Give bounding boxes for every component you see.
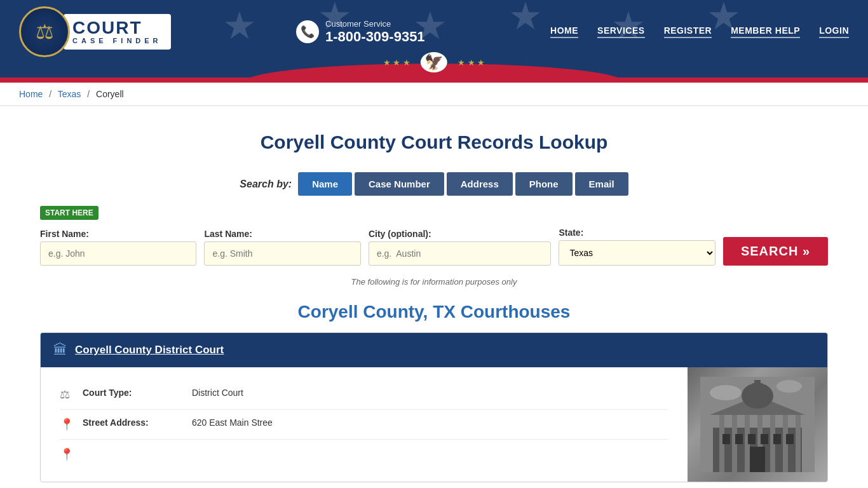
form-area: START HERE First Name: Last Name: City (…	[40, 206, 828, 266]
tab-name[interactable]: Name	[298, 172, 352, 196]
last-name-label: Last Name:	[204, 229, 360, 239]
first-name-field: First Name:	[40, 229, 196, 266]
svg-rect-21	[750, 447, 765, 472]
page-title: Coryell County Court Records Lookup	[40, 132, 828, 153]
nav-login[interactable]: LOGIN	[819, 25, 849, 38]
customer-service-area: 📞 Customer Service 1-800-309-9351	[296, 19, 425, 45]
breadcrumb: Home / Texas / Coryell	[0, 83, 868, 106]
svg-rect-16	[735, 434, 743, 444]
courthouse-image-placeholder	[688, 367, 827, 482]
info-note: The following is for information purpose…	[40, 277, 828, 287]
address-icon: 📍	[60, 417, 75, 431]
customer-service-info: Customer Service 1-800-309-9351	[325, 19, 425, 45]
court-type-label: Court Type:	[83, 388, 184, 398]
courthouse-header: 🏛 Coryell County District Court	[41, 333, 827, 367]
eagle-icon: 🦅	[421, 52, 447, 72]
bg-star-4: ★	[508, 0, 543, 38]
svg-rect-10	[796, 415, 801, 472]
tab-phone[interactable]: Phone	[515, 172, 573, 196]
bg-star-1: ★	[222, 3, 257, 48]
svg-rect-18	[761, 434, 768, 444]
svg-point-2	[776, 380, 802, 393]
city-input[interactable]	[369, 241, 552, 266]
search-tabs: Name Case Number Address Phone Email	[298, 172, 628, 196]
logo-circle-icon	[19, 6, 70, 57]
svg-rect-19	[773, 434, 781, 444]
banner-stars-right: ★ ★ ★	[458, 58, 485, 67]
courthouse-name[interactable]: Coryell County District Court	[75, 344, 224, 356]
search-button[interactable]: SEARCH »	[723, 237, 828, 266]
nav-register[interactable]: REGISTER	[664, 25, 712, 38]
city-field: City (optional):	[369, 229, 552, 266]
first-name-label: First Name:	[40, 229, 196, 239]
svg-rect-15	[722, 434, 730, 444]
eagle-banner: ★ ★ ★ 🦅 ★ ★ ★	[0, 64, 868, 83]
logo-area[interactable]: COURT CASE FINDER	[19, 6, 171, 57]
tab-email[interactable]: Email	[575, 172, 628, 196]
logo-case-finder-text: CASE FINDER	[72, 37, 162, 44]
nav-member-help[interactable]: MEMBER HELP	[731, 25, 800, 38]
nav-services[interactable]: SERVICES	[597, 25, 645, 38]
first-name-input[interactable]	[40, 241, 196, 266]
logo-court-text: COURT	[72, 19, 162, 37]
breadcrumb-sep-2: /	[87, 89, 90, 99]
state-select[interactable]: Texas Alabama Alaska California Florida …	[559, 240, 715, 266]
court-type-icon: ⚖	[60, 388, 75, 402]
last-name-field: Last Name:	[204, 229, 360, 266]
main-content: Coryell County Court Records Lookup Sear…	[21, 106, 847, 488]
city-label: City (optional):	[369, 229, 552, 239]
svg-point-1	[710, 385, 742, 400]
search-section: Search by: Name Case Number Address Phon…	[40, 172, 828, 287]
courthouses-title: Coryell County, TX Courthouses	[40, 302, 828, 322]
svg-rect-17	[748, 434, 756, 444]
tab-case-number[interactable]: Case Number	[355, 172, 444, 196]
courthouse-image	[688, 367, 827, 482]
search-by-row: Search by: Name Case Number Address Phon…	[40, 172, 828, 196]
courthouse-card: 🏛 Coryell County District Court ⚖ Court …	[40, 332, 828, 482]
search-by-label: Search by:	[240, 179, 292, 190]
tab-address[interactable]: Address	[447, 172, 513, 196]
courthouse-building-svg	[700, 377, 815, 472]
main-nav: HOME SERVICES REGISTER MEMBER HELP LOGIN	[550, 25, 849, 38]
svg-rect-20	[786, 434, 794, 444]
detail-row-address: 📍 Street Address: 620 East Main Stree	[60, 410, 668, 440]
customer-service-phone: 1-800-309-9351	[325, 29, 425, 45]
extra-icon: 📍	[60, 447, 75, 461]
breadcrumb-state[interactable]: Texas	[58, 89, 81, 99]
address-value: 620 East Main Stree	[192, 417, 273, 428]
breadcrumb-home[interactable]: Home	[19, 89, 43, 99]
phone-icon: 📞	[296, 20, 319, 43]
state-field: State: Texas Alabama Alaska California F…	[559, 227, 715, 266]
detail-row-extra: 📍	[60, 440, 668, 469]
start-here-badge: START HERE	[40, 206, 98, 220]
search-form-row: First Name: Last Name: City (optional): …	[40, 227, 828, 266]
address-label: Street Address:	[83, 417, 184, 428]
banner-stars-left: ★ ★ ★	[383, 58, 410, 67]
svg-rect-14	[754, 380, 761, 385]
courthouse-body: ⚖ Court Type: District Court 📍 Street Ad…	[41, 367, 827, 482]
court-type-value: District Court	[192, 388, 243, 398]
breadcrumb-county: Coryell	[96, 89, 124, 99]
nav-home[interactable]: HOME	[550, 25, 578, 38]
detail-row-court-type: ⚖ Court Type: District Court	[60, 380, 668, 410]
customer-service-label: Customer Service	[325, 19, 425, 29]
state-label: State:	[559, 227, 715, 238]
courthouse-building-icon: 🏛	[53, 342, 67, 358]
breadcrumb-sep-1: /	[49, 89, 51, 99]
logo-text-area: COURT CASE FINDER	[64, 14, 171, 50]
last-name-input[interactable]	[204, 241, 360, 266]
courthouse-details: ⚖ Court Type: District Court 📍 Street Ad…	[41, 367, 688, 482]
